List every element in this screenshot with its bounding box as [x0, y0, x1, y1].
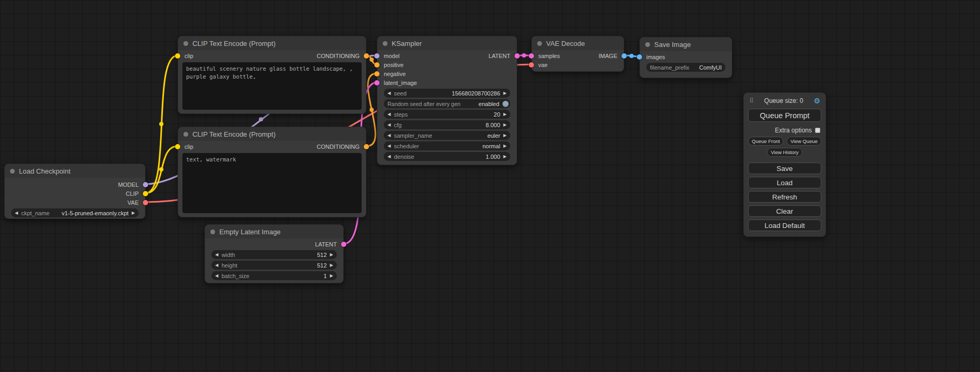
output-port-conditioning[interactable]	[364, 53, 369, 59]
node-load-checkpoint[interactable]: Load Checkpoint MODEL CLIP VAE ◀ ckpt_na…	[4, 164, 145, 219]
widget-sampler-name[interactable]: ◀ sampler_name euler ▶	[384, 131, 510, 140]
widget-scheduler[interactable]: ◀ scheduler normal ▶	[384, 141, 510, 150]
widget-name: sampler_name	[394, 132, 432, 139]
toggle-knob-icon[interactable]	[502, 101, 509, 107]
output-port-model[interactable]	[143, 182, 148, 187]
queue-panel-header: ⠿ Queue size: 0 ⚙	[748, 96, 821, 109]
increment-arrow-icon[interactable]: ▶	[503, 91, 507, 96]
widget-ckpt-name[interactable]: ◀ ckpt_name v1-5-pruned-emaonly.ckpt ▶	[11, 208, 139, 217]
node-header[interactable]: Load Checkpoint	[5, 164, 145, 178]
decrement-arrow-icon[interactable]: ◀	[15, 211, 18, 215]
widget-name: seed	[394, 90, 406, 97]
decrement-arrow-icon[interactable]: ◀	[387, 123, 391, 127]
widget-batch-size[interactable]: ◀ batch_size 1 ▶	[211, 271, 337, 280]
comfyui-canvas[interactable]: { "icons": { "left_arrow": "◀", "right_a…	[0, 0, 980, 372]
decrement-arrow-icon[interactable]: ◀	[387, 144, 391, 148]
input-label-latent-image: latent_image	[384, 80, 417, 86]
decrement-arrow-icon[interactable]: ◀	[215, 253, 218, 257]
input-port-model[interactable]	[374, 53, 380, 59]
output-port-clip[interactable]	[143, 191, 148, 196]
collapse-dot-icon[interactable]	[383, 41, 387, 46]
increment-arrow-icon[interactable]: ▶	[503, 155, 507, 159]
input-label-images: images	[646, 54, 665, 60]
widget-filename-prefix[interactable]: filename_prefix ComfyUI	[646, 63, 725, 72]
widget-value: 512	[317, 252, 326, 258]
decrement-arrow-icon[interactable]: ◀	[387, 133, 391, 138]
collapse-dot-icon[interactable]	[645, 42, 650, 47]
increment-arrow-icon[interactable]: ▶	[503, 144, 507, 148]
output-port-conditioning[interactable]	[364, 144, 369, 149]
clear-button[interactable]: Clear	[748, 205, 821, 217]
collapse-dot-icon[interactable]	[210, 230, 215, 234]
decrement-arrow-icon[interactable]: ◀	[387, 91, 391, 96]
node-header[interactable]: Save Image	[640, 37, 732, 51]
link-midpoint-dot	[159, 122, 163, 126]
increment-arrow-icon[interactable]: ▶	[503, 123, 507, 127]
node-save-image[interactable]: Save Image images filename_prefix ComfyU…	[639, 37, 732, 78]
output-port-latent[interactable]	[515, 53, 520, 59]
increment-arrow-icon[interactable]: ▶	[330, 274, 333, 278]
widget-random-seed-toggle[interactable]: Random seed after every gen enabled	[384, 99, 510, 108]
output-port-latent[interactable]	[341, 242, 346, 247]
output-port-vae[interactable]	[143, 200, 148, 205]
increment-arrow-icon[interactable]: ▶	[132, 211, 135, 215]
input-port-images[interactable]	[637, 54, 642, 60]
input-port-negative[interactable]	[374, 71, 380, 77]
widget-name: width	[221, 252, 235, 258]
widget-seed[interactable]: ◀ seed 156680208700286 ▶	[384, 89, 510, 98]
increment-arrow-icon[interactable]: ▶	[503, 133, 507, 138]
decrement-arrow-icon[interactable]: ◀	[387, 155, 391, 159]
node-clip-text-encode-positive[interactable]: CLIP Text Encode (Prompt) clip CONDITION…	[178, 36, 366, 114]
queue-prompt-button[interactable]: Queue Prompt	[748, 109, 821, 122]
input-port-clip[interactable]	[175, 53, 180, 59]
node-header[interactable]: VAE Decode	[532, 36, 624, 50]
collapse-dot-icon[interactable]	[183, 41, 188, 46]
queue-front-button[interactable]: Queue Front	[748, 137, 783, 146]
refresh-button[interactable]: Refresh	[748, 191, 821, 203]
collapse-dot-icon[interactable]	[183, 132, 188, 137]
decrement-arrow-icon[interactable]: ◀	[215, 263, 218, 268]
widget-height[interactable]: ◀ height 512 ▶	[211, 261, 337, 270]
prompt-textarea[interactable]: text, watermark	[182, 153, 362, 213]
collapse-dot-icon[interactable]	[537, 41, 542, 46]
save-button[interactable]: Save	[748, 163, 821, 174]
link-midpoint-dot	[370, 58, 374, 62]
gear-icon[interactable]: ⚙	[813, 97, 820, 105]
input-port-latent-image[interactable]	[374, 80, 380, 85]
output-port-image[interactable]	[622, 53, 627, 59]
input-label-clip: clip	[185, 144, 193, 150]
view-queue-button[interactable]: View Queue	[787, 137, 821, 146]
node-vae-decode[interactable]: VAE Decode samples IMAGE vae	[531, 36, 624, 72]
node-clip-text-encode-negative[interactable]: CLIP Text Encode (Prompt) clip CONDITION…	[178, 127, 366, 217]
node-ksampler[interactable]: KSampler model LATENT positive negative …	[377, 36, 517, 165]
increment-arrow-icon[interactable]: ▶	[330, 263, 333, 268]
input-port-clip[interactable]	[175, 144, 180, 149]
decrement-arrow-icon[interactable]: ◀	[215, 274, 218, 278]
node-header[interactable]: CLIP Text Encode (Prompt)	[178, 36, 366, 50]
output-label-latent: LATENT	[489, 53, 510, 59]
input-port-vae[interactable]	[529, 62, 534, 68]
load-button[interactable]: Load	[748, 177, 821, 188]
input-port-positive[interactable]	[374, 62, 380, 68]
drag-handle-icon[interactable]: ⠿	[749, 97, 754, 104]
increment-arrow-icon[interactable]: ▶	[503, 112, 507, 117]
queue-panel[interactable]: ⠿ Queue size: 0 ⚙ Queue Prompt Extra opt…	[743, 92, 826, 237]
widget-value: normal	[482, 143, 500, 149]
widget-cfg[interactable]: ◀ cfg 8.000 ▶	[384, 120, 510, 129]
load-default-button[interactable]: Load Default	[748, 220, 821, 231]
node-header[interactable]: CLIP Text Encode (Prompt)	[178, 127, 366, 141]
widget-value: 1	[324, 273, 327, 279]
prompt-textarea[interactable]: beautiful scenery nature glass bottle la…	[182, 62, 362, 110]
node-empty-latent-image[interactable]: Empty Latent Image LATENT ◀ width 512 ▶ …	[205, 224, 344, 283]
node-header[interactable]: KSampler	[377, 36, 517, 50]
widget-denoise[interactable]: ◀ denoise 1.000 ▶	[384, 152, 510, 161]
view-history-button[interactable]: View History	[767, 148, 802, 157]
widget-width[interactable]: ◀ width 512 ▶	[211, 250, 337, 259]
widget-steps[interactable]: ◀ steps 20 ▶	[384, 110, 510, 119]
input-port-samples[interactable]	[529, 53, 534, 59]
extra-options-checkbox[interactable]	[815, 128, 820, 133]
collapse-dot-icon[interactable]	[10, 169, 15, 174]
increment-arrow-icon[interactable]: ▶	[330, 253, 333, 257]
node-header[interactable]: Empty Latent Image	[205, 225, 343, 239]
decrement-arrow-icon[interactable]: ◀	[387, 112, 391, 117]
